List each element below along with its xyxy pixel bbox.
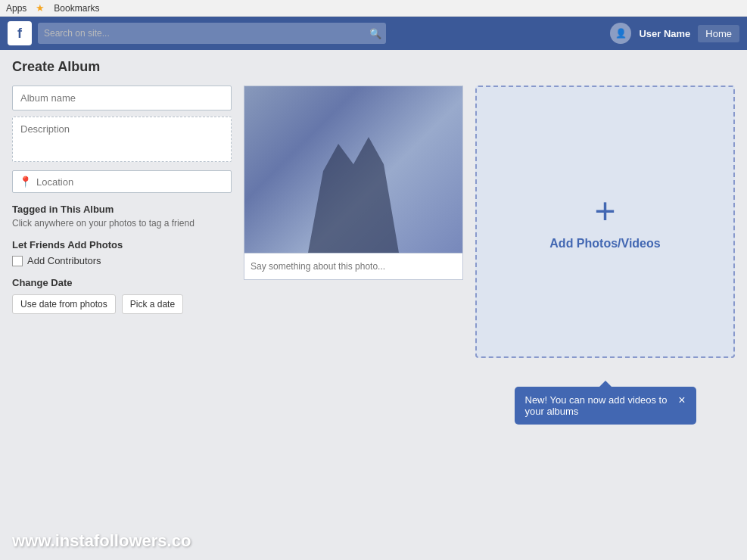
album-name-input[interactable] <box>12 86 232 110</box>
search-icon: 🔍 <box>369 28 381 39</box>
photo-container <box>244 86 463 280</box>
use-date-button[interactable]: Use date from photos <box>12 294 116 314</box>
watermark: www.instafollowers.co <box>12 531 191 551</box>
tooltip-close-button[interactable]: × <box>678 394 685 406</box>
left-panel: 📍 Tagged in This Album Click anywhere on… <box>12 86 232 314</box>
bookmarks-link[interactable]: Bookmarks <box>54 3 99 14</box>
location-input[interactable] <box>36 176 225 188</box>
apps-link[interactable]: Apps <box>6 3 26 14</box>
pick-date-button[interactable]: Pick a date <box>122 294 183 314</box>
home-link[interactable]: Home <box>698 25 739 42</box>
add-contributors-checkbox[interactable] <box>12 256 23 266</box>
bookmarks-bar: Apps ★ Bookmarks <box>0 0 747 17</box>
avatar: 👤 <box>610 23 631 44</box>
change-date-label: Change Date <box>12 277 232 288</box>
avatar-icon: 👤 <box>615 28 627 39</box>
add-photos-panel[interactable]: + Add Photos/Videos New! You can now add… <box>475 86 735 358</box>
search-input[interactable] <box>38 23 386 44</box>
navbar: f 🔍 👤 User Name Home <box>0 17 747 50</box>
search-bar: 🔍 <box>38 23 386 44</box>
tooltip-message: New! You can now add videos to your albu… <box>525 394 673 417</box>
photo-image <box>244 86 462 253</box>
tagged-section-label: Tagged in This Album <box>12 204 232 215</box>
let-friends-label: Let Friends Add Photos <box>12 239 232 250</box>
nav-username[interactable]: User Name <box>639 28 690 39</box>
page-content: Create Album 📍 Tagged in This Album Clic… <box>0 50 747 560</box>
page-title: Create Album <box>12 59 735 75</box>
tag-hint: Click anywhere on your photos to tag a f… <box>12 218 232 229</box>
facebook-logo: f <box>8 21 32 45</box>
nav-right: 👤 User Name Home <box>610 23 739 44</box>
contributors-row: Add Contributors <box>12 255 232 266</box>
star-icon: ★ <box>36 2 45 14</box>
album-layout: 📍 Tagged in This Album Click anywhere on… <box>12 86 735 358</box>
add-photos-label: Add Photos/Videos <box>549 237 660 250</box>
center-photo <box>244 86 463 280</box>
location-wrapper: 📍 <box>12 170 232 193</box>
tooltip-arrow <box>599 381 612 387</box>
description-textarea[interactable] <box>12 117 232 162</box>
add-plus-icon: + <box>594 193 615 229</box>
tooltip-bubble: New! You can now add videos to your albu… <box>515 387 696 425</box>
photo-caption-input[interactable] <box>244 253 462 279</box>
location-pin-icon: 📍 <box>19 176 32 188</box>
add-contributors-label: Add Contributors <box>27 255 101 266</box>
date-buttons: Use date from photos Pick a date <box>12 294 232 314</box>
